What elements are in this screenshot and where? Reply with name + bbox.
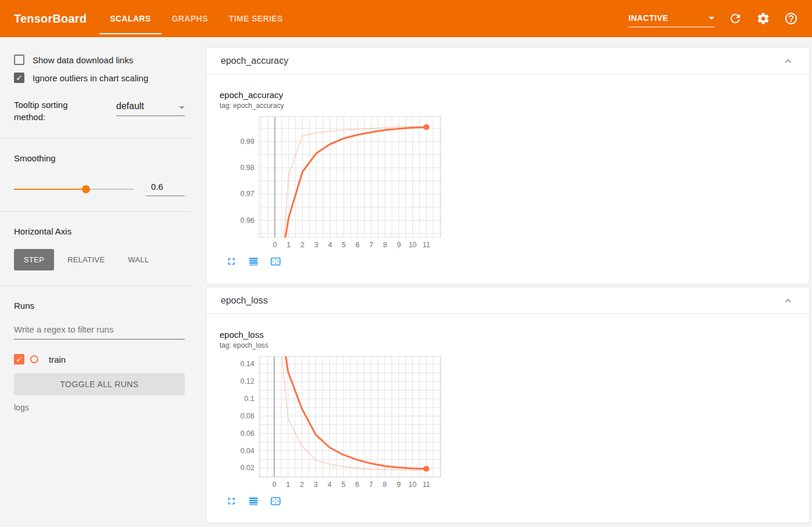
horizontal-axis-label: Horizontal Axis [14,226,185,236]
tab-time-series[interactable]: TIME SERIES [218,0,293,37]
settings-sidebar: Show data download links ✓ Ignore outlie… [0,37,192,527]
tooltip-sorting-row: Tooltip sorting method: default [14,99,185,123]
chart-title: epoch_accuracy [220,90,451,100]
tab-scalars[interactable]: SCALARS [99,0,161,37]
svg-text:0: 0 [273,241,277,249]
card-header: epoch_loss [207,287,809,314]
run-label: train [49,355,66,364]
caret-down-icon [179,106,185,109]
axis-relative-button[interactable]: RELATIVE [58,249,114,270]
scalar-line-chart[interactable]: 0.960.970.980.9901234567891011 [220,114,443,250]
divider [0,138,192,139]
refresh-icon[interactable] [728,12,742,26]
fit-domain-icon[interactable] [270,496,281,507]
chevron-up-icon[interactable] [781,294,795,308]
svg-text:11: 11 [423,481,430,489]
svg-text:3: 3 [314,241,318,249]
svg-text:1: 1 [286,481,290,489]
svg-text:5: 5 [342,481,346,489]
divider [0,286,192,286]
data-table-icon[interactable] [248,496,259,507]
horizontal-axis-options: STEP RELATIVE WALL [14,249,185,270]
svg-text:5: 5 [342,241,346,249]
chart-tag-subtitle: tag: epoch_loss [220,341,451,349]
svg-text:0.06: 0.06 [240,429,254,438]
checkbox-unchecked-icon [14,55,24,65]
svg-text:10: 10 [408,481,416,489]
svg-text:0.99: 0.99 [240,138,254,146]
chart-block: epoch_loss tag: epoch_loss 0.020.040.060… [207,314,451,507]
svg-text:0.1: 0.1 [245,395,254,403]
divider [0,211,192,212]
nav-tabs: SCALARS GRAPHS TIME SERIES [99,0,293,37]
card-title: epoch_accuracy [221,56,289,66]
svg-text:8: 8 [383,481,387,489]
svg-text:4: 4 [328,481,332,489]
checkbox-label: Ignore outliers in chart scaling [33,73,148,83]
svg-text:2: 2 [300,241,304,249]
svg-text:0.12: 0.12 [240,377,254,385]
card-epoch-loss: epoch_loss epoch_loss tag: epoch_loss 0.… [206,287,810,524]
axis-step-button[interactable]: STEP [14,249,54,270]
chart-title: epoch_loss [220,330,451,340]
ignore-outliers-checkbox[interactable]: ✓ Ignore outliers in chart scaling [14,73,185,83]
help-icon[interactable] [784,12,798,26]
svg-text:9: 9 [397,481,401,489]
checkbox-checked-icon: ✓ [14,73,24,83]
chart-toolbar [226,496,451,507]
show-download-links-checkbox[interactable]: Show data download links [14,55,185,65]
svg-text:10: 10 [408,241,416,249]
svg-text:0.08: 0.08 [240,412,254,420]
tooltip-sorting-dropdown[interactable]: default [116,99,185,116]
svg-text:0.02: 0.02 [240,464,254,472]
svg-text:3: 3 [314,481,318,489]
tooltip-sorting-label: Tooltip sorting method: [14,99,87,123]
fit-domain-icon[interactable] [270,256,281,267]
svg-text:0.97: 0.97 [240,190,254,198]
runs-filter-input[interactable] [14,324,185,340]
chart-block: epoch_accuracy tag: epoch_accuracy 0.960… [207,74,451,267]
slider-fill [14,189,86,190]
data-table-icon[interactable] [248,256,259,267]
svg-text:8: 8 [383,241,387,249]
smoothing-label: Smoothing [14,153,185,163]
log-directory-label: logs [14,403,185,412]
svg-text:0.04: 0.04 [240,447,254,455]
data-status-dropdown[interactable]: INACTIVE [628,13,714,27]
svg-text:0.14: 0.14 [240,360,254,368]
run-checkbox-checked-icon[interactable]: ✓ [14,354,24,364]
run-color-circle-icon [30,355,38,363]
svg-text:2: 2 [300,481,304,489]
svg-text:6: 6 [355,481,360,489]
svg-text:0.96: 0.96 [240,216,254,225]
svg-text:7: 7 [369,241,373,249]
slider-thumb[interactable] [82,185,90,193]
smoothing-control: 0.6 [14,182,185,196]
svg-text:9: 9 [397,241,401,249]
checkbox-label: Show data download links [33,55,133,65]
svg-text:11: 11 [423,241,430,249]
runs-heading: Runs [14,301,185,311]
chevron-up-icon[interactable] [781,54,795,68]
top-app-bar: TensorBoard SCALARS GRAPHS TIME SERIES I… [0,0,812,37]
dashboard-main: epoch_accuracy epoch_accuracy tag: epoch… [192,37,812,527]
settings-gear-icon[interactable] [756,12,770,26]
svg-text:4: 4 [328,241,332,249]
run-row-train[interactable]: ✓ train [14,354,185,364]
axis-wall-button[interactable]: WALL [118,249,159,270]
svg-text:7: 7 [369,481,373,489]
smoothing-value-field[interactable]: 0.6 [146,182,185,196]
caret-down-icon [709,17,714,20]
fullscreen-icon[interactable] [226,496,237,507]
svg-text:0: 0 [272,481,276,489]
smoothing-slider[interactable] [14,189,134,190]
runs-filter [14,324,185,340]
fullscreen-icon[interactable] [226,256,237,267]
svg-text:0.98: 0.98 [240,164,254,172]
svg-text:1: 1 [287,241,291,249]
tab-graphs[interactable]: GRAPHS [161,0,218,37]
card-header: epoch_accuracy [207,48,809,74]
toggle-all-runs-button[interactable]: TOGGLE ALL RUNS [14,373,185,395]
scalar-line-chart[interactable]: 0.020.040.060.080.10.120.140123456789101… [220,354,443,490]
svg-text:6: 6 [355,241,360,249]
